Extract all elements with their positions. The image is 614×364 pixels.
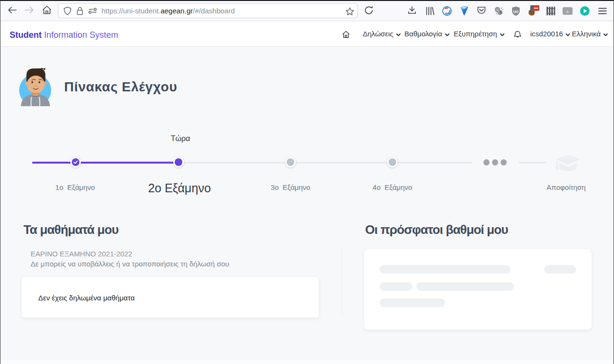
svg-text:&: &	[566, 10, 569, 14]
svg-text:UO: UO	[513, 10, 518, 14]
svg-text:S: S	[496, 8, 499, 11]
